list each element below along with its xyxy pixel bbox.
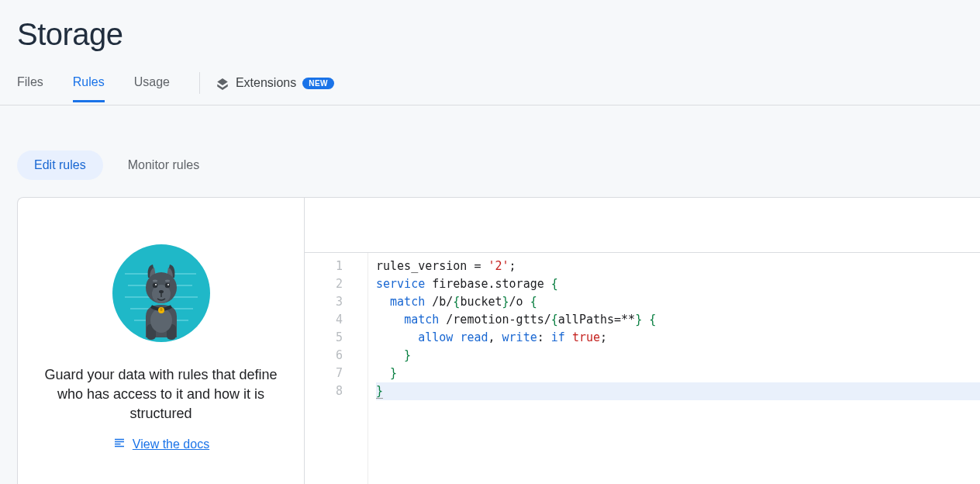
tab-extensions-label: Extensions: [236, 76, 296, 90]
code-line[interactable]: match /b/{bucket}/o {: [376, 293, 980, 311]
tab-extensions[interactable]: Extensions NEW: [216, 76, 334, 101]
subtab-monitor-rules[interactable]: Monitor rules: [111, 150, 216, 180]
editor-gutter: 1 2 3 4 5 6 7 8: [305, 253, 368, 484]
rules-subtabs: Edit rules Monitor rules: [0, 105, 980, 180]
code-line[interactable]: service firebase.storage {: [376, 275, 980, 293]
primary-tabs: Files Rules Usage Extensions NEW: [0, 52, 980, 105]
svg-point-22: [159, 290, 164, 293]
svg-point-18: [155, 284, 157, 285]
docs-icon: [112, 436, 126, 453]
tab-rules[interactable]: Rules: [73, 75, 105, 102]
svg-point-19: [167, 284, 169, 285]
svg-rect-24: [160, 308, 162, 311]
guard-description: Guard your data with rules that define w…: [41, 365, 281, 424]
extensions-icon: [216, 76, 229, 90]
svg-point-16: [152, 283, 157, 288]
line-number: 6: [305, 347, 368, 365]
rules-code-editor[interactable]: 1 2 3 4 5 6 7 8 rules_version = '2'; ser…: [305, 198, 980, 484]
rules-panel: Guard your data with rules that define w…: [17, 197, 980, 484]
guard-dog-illustration: [111, 243, 212, 344]
line-number: 2: [305, 275, 368, 293]
view-docs-label: View the docs: [133, 437, 209, 451]
editor-divider: [305, 252, 980, 253]
svg-point-20: [153, 280, 157, 282]
svg-point-17: [164, 283, 169, 288]
code-line[interactable]: rules_version = '2';: [376, 258, 980, 275]
view-docs-link[interactable]: View the docs: [112, 436, 209, 453]
tab-divider: [199, 72, 200, 94]
code-line[interactable]: allow read, write: if true;: [376, 329, 980, 347]
subtab-edit-rules[interactable]: Edit rules: [17, 150, 103, 180]
editor-code-area[interactable]: rules_version = '2'; service firebase.st…: [368, 253, 980, 484]
new-badge: NEW: [302, 78, 334, 89]
line-number: 4: [305, 311, 368, 329]
rules-info-panel: Guard your data with rules that define w…: [18, 198, 305, 484]
code-line[interactable]: }: [376, 382, 980, 400]
tab-files[interactable]: Files: [17, 75, 43, 102]
line-number: 8: [305, 382, 368, 400]
page-title: Storage: [0, 0, 980, 52]
code-line[interactable]: match /remotion-gtts/{allPaths=**} {: [376, 311, 980, 329]
code-line[interactable]: }: [376, 347, 980, 365]
line-number: 3: [305, 293, 368, 311]
tab-usage[interactable]: Usage: [134, 75, 170, 102]
line-number: 7: [305, 365, 368, 382]
svg-point-21: [165, 280, 170, 282]
line-number: 5: [305, 329, 368, 347]
code-line[interactable]: }: [376, 365, 980, 382]
line-number: 1: [305, 258, 368, 275]
